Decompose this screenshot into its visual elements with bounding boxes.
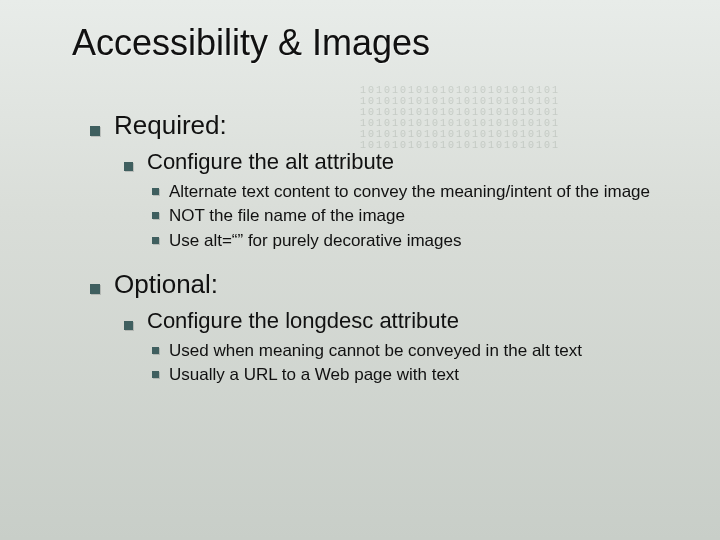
- slide-title: Accessibility & Images: [72, 22, 430, 64]
- list-item: Use alt=“” for purely decorative images: [152, 230, 684, 251]
- square-bullet-icon: [124, 321, 133, 330]
- list-item: Alternate text content to convey the mea…: [152, 181, 684, 202]
- point-text: Alternate text content to convey the mea…: [169, 181, 684, 202]
- point-text: Use alt=“” for purely decorative images: [169, 230, 684, 251]
- section-optional: Optional: Configure the longdesc attribu…: [90, 269, 684, 386]
- square-bullet-icon: [90, 284, 100, 294]
- section-heading: Optional:: [114, 269, 684, 300]
- list-item: Usually a URL to a Web page with text: [152, 364, 684, 385]
- subsection-heading: Configure the alt attribute: [147, 149, 684, 175]
- square-bullet-icon: [152, 347, 159, 354]
- point-text: NOT the file name of the image: [169, 205, 684, 226]
- square-bullet-icon: [152, 371, 159, 378]
- point-text: Used when meaning cannot be conveyed in …: [169, 340, 684, 361]
- texture-line: 1010101010101010101010101: [360, 96, 560, 107]
- slide-content: Required: Configure the alt attribute Al…: [90, 110, 684, 403]
- list-item: Used when meaning cannot be conveyed in …: [152, 340, 684, 361]
- slide: 1010101010101010101010101 10101010101010…: [0, 0, 720, 540]
- subsection: Configure the longdesc attribute Used wh…: [124, 308, 684, 386]
- list-item: NOT the file name of the image: [152, 205, 684, 226]
- point-text: Usually a URL to a Web page with text: [169, 364, 684, 385]
- texture-line: 1010101010101010101010101: [360, 85, 560, 96]
- subsection-heading: Configure the longdesc attribute: [147, 308, 684, 334]
- square-bullet-icon: [152, 237, 159, 244]
- section-required: Required: Configure the alt attribute Al…: [90, 110, 684, 251]
- square-bullet-icon: [152, 212, 159, 219]
- square-bullet-icon: [90, 126, 100, 136]
- section-heading: Required:: [114, 110, 684, 141]
- square-bullet-icon: [152, 188, 159, 195]
- square-bullet-icon: [124, 162, 133, 171]
- subsection: Configure the alt attribute Alternate te…: [124, 149, 684, 251]
